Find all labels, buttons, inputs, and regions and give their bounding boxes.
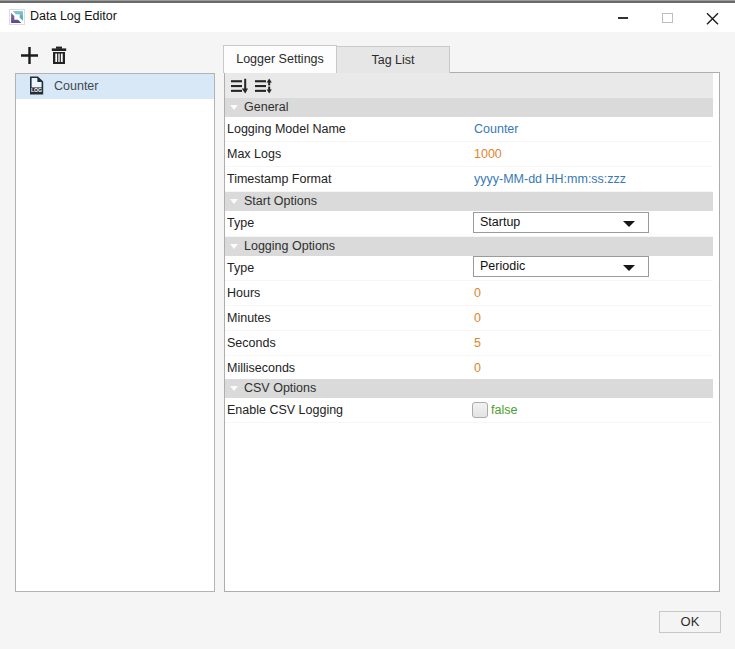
svg-text:LOG: LOG <box>31 87 42 93</box>
